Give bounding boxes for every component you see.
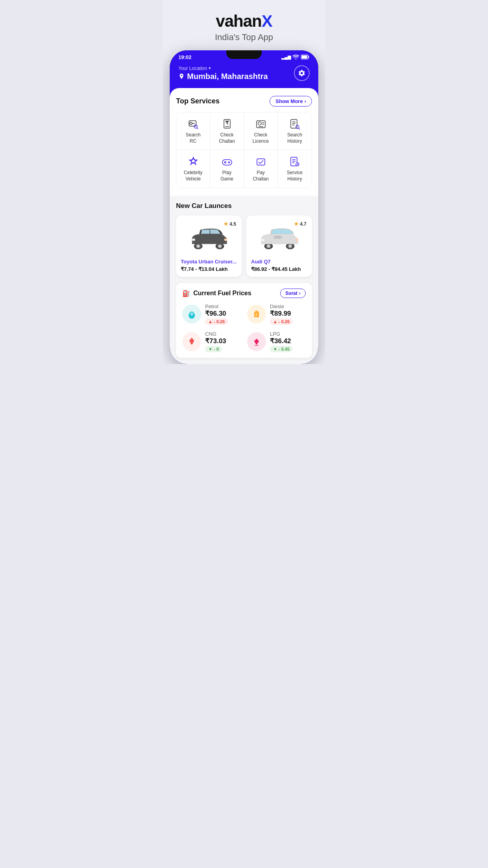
play-game-icon [221,156,233,170]
card-section: Top Services Show More › [170,88,318,196]
services-grid: SearchRC ₹ CheckChallan [176,112,312,188]
svg-point-56 [295,239,298,241]
svg-point-59 [191,313,193,315]
service-celebrity-vehicle-label: CelebrityVehicle [184,170,202,182]
svg-text:D: D [255,313,258,316]
service-search-history[interactable]: SearchHistory [278,112,312,150]
search-rc-icon [187,118,200,132]
service-play-game[interactable]: PlayGame [210,150,244,188]
service-search-rc-label: SearchRC [185,132,200,144]
app-title: vahanX [171,12,317,31]
car-card-audi[interactable]: ★ 4.7 [246,215,312,277]
lpg-price: ₹36.42 [270,337,293,345]
svg-point-24 [191,159,195,163]
car-rating-toyota: ★ 4.5 [224,221,236,227]
service-check-licence-label: CheckLicence [253,132,269,144]
fuel-item-lpg: LPG ₹36.42 ▼ - 0.45 [247,331,306,352]
cng-icon-circle [182,332,201,351]
app-title-text: vahan [216,12,261,30]
app-header: vahanX India's Top App [163,0,325,50]
diesel-info: Diesle ₹89.99 ▲ - 0.26 [270,303,293,325]
svg-point-47 [267,245,270,247]
car-card-toyota[interactable]: ★ 4.5 [176,215,242,277]
check-licence-icon [255,118,267,132]
location-label[interactable]: Your Location ▾ [178,66,268,71]
svg-rect-29 [257,159,265,165]
svg-point-50 [289,245,291,247]
svg-point-26 [224,162,226,163]
svg-point-21 [296,125,299,129]
car-name-toyota: Toyota Urban Cruiser... [181,259,237,265]
svg-line-22 [299,128,300,129]
fuel-grid: Petrol ₹96.30 ▲ - 0.26 D [182,303,306,352]
new-car-launches-section: New Car Launces ★ 4.5 [170,196,318,283]
celebrity-vehicle-icon [187,156,200,170]
fuel-prices-section: ⛽ Current Fuel Prices Surat › [170,283,318,364]
lpg-change: ▼ - 0.45 [270,346,293,352]
city-selector-button[interactable]: Surat › [280,289,306,298]
svg-point-44 [224,239,227,241]
star-icon-audi: ★ [294,221,299,227]
svg-point-43 [192,239,195,241]
service-service-history-label: ServiceHistory [287,170,303,182]
phone-frame: 19:02 ▂▄▆ [170,50,318,364]
fuel-item-cng: CNG ₹73.03 ▼ - 0 [182,331,241,352]
svg-point-13 [258,122,261,125]
service-pay-challan-label: PayChallan [253,170,269,182]
service-check-challan-label: CheckChallan [219,132,235,144]
svg-rect-63 [255,345,259,346]
signal-icon: ▂▄▆ [281,55,291,60]
fuel-card: ⛽ Current Fuel Prices Surat › [176,283,312,358]
app-title-x: X [262,12,272,30]
chevron-down-icon: ▾ [209,66,211,71]
svg-point-6 [194,125,197,128]
cng-price: ₹73.03 [205,337,226,345]
new-car-launches-title: New Car Launces [176,202,312,210]
petrol-info: Petrol ₹96.30 ▲ - 0.26 [205,303,228,325]
diesel-icon-circle: D [247,305,266,324]
status-icons: ▂▄▆ [281,55,310,60]
location-bar: Your Location ▾ Mumbai, Maharashtra [170,62,318,88]
show-more-button[interactable]: Show More › [270,96,312,107]
svg-point-42 [218,245,221,247]
car-image-container-audi: ★ 4.7 [251,220,307,256]
svg-rect-61 [255,311,258,313]
car-price-audi: ₹86.92 - ₹94.45 Lakh [251,266,307,272]
svg-rect-1 [308,56,309,58]
petrol-icon-circle [182,305,201,324]
diesel-type: Diesle [270,303,293,309]
top-services-title: Top Services [176,97,220,105]
service-service-history[interactable]: ServiceHistory [278,150,312,188]
diesel-change: ▲ - 0.26 [270,318,293,325]
lpg-icon-circle [247,332,266,351]
location-pin-icon [178,73,185,79]
service-check-licence[interactable]: CheckLicence [244,112,278,150]
fuel-item-petrol: Petrol ₹96.30 ▲ - 0.26 [182,303,241,325]
cng-change: ▼ - 0 [205,346,222,352]
service-search-rc[interactable]: SearchRC [176,112,210,150]
service-celebrity-vehicle[interactable]: CelebrityVehicle [176,150,210,188]
gear-button[interactable] [294,65,310,81]
fuel-item-diesel: D Diesle ₹89.99 ▲ - 0.26 [247,303,306,325]
petrol-change: ▲ - 0.26 [205,318,228,325]
service-check-challan[interactable]: ₹ CheckChallan [210,112,244,150]
svg-rect-25 [222,160,232,165]
notch [226,50,262,59]
city-chevron-icon: › [299,291,301,296]
svg-point-4 [190,122,192,125]
check-challan-icon: ₹ [221,118,233,132]
diesel-price: ₹89.99 [270,309,293,318]
app-subtitle: India's Top App [171,32,317,42]
service-pay-challan[interactable]: PayChallan [244,150,278,188]
star-icon-toyota: ★ [224,221,228,227]
wifi-icon [293,55,299,60]
status-time: 19:02 [178,54,191,60]
battery-icon [301,55,310,60]
location-city: Mumbai, Maharashtra [178,72,268,81]
petrol-price: ₹96.30 [205,309,228,318]
cng-info: CNG ₹73.03 ▼ - 0 [205,331,226,352]
petrol-type: Petrol [205,303,228,309]
cars-row: ★ 4.5 [176,215,312,283]
svg-line-7 [197,128,198,129]
search-history-icon [288,118,301,132]
